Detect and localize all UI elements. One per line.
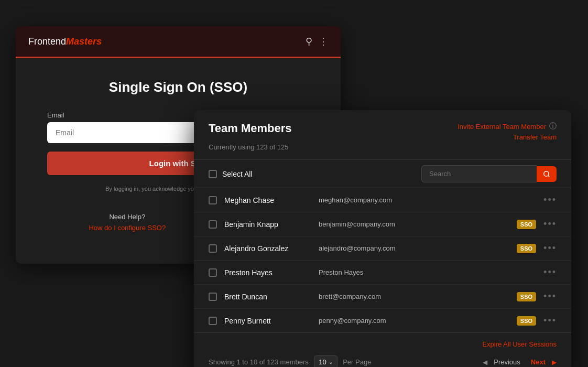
sso-badge: SSO [517,244,536,253]
per-page-select[interactable]: 10 ⌄ [314,355,337,367]
member-name: Alejandro Gonzalez [224,244,319,253]
menu-icon[interactable]: ⋮ [319,36,328,47]
previous-button[interactable]: Previous [489,356,525,367]
sso-title: Single Sign On (SSO) [47,79,309,95]
select-all-label: Select All [222,170,253,178]
more-options-icon[interactable]: ••• [543,243,557,254]
more-options-icon[interactable]: ••• [543,291,557,302]
member-list: Meghan Chase meghan@company.com ••• Benj… [194,188,571,332]
team-toolbar: Select All [194,159,571,188]
more-options-icon[interactable]: ••• [543,195,557,206]
team-title: Team Members [209,122,292,135]
search-icon[interactable]: ⚲ [306,36,312,47]
pagination-controls: ◀ Previous Next ▶ [483,356,557,367]
invite-action-row: Invite External Team Member ⓘ [458,122,557,131]
member-name: Preston Hayes [224,268,319,277]
more-options-icon[interactable]: ••• [543,315,557,326]
transfer-team-link[interactable]: Transfer Team [513,133,557,141]
expire-sessions-link[interactable]: Expire All User Sessions [209,340,557,348]
member-name: Penny Burnett [224,317,319,325]
need-help-title: Need Help? [89,213,166,221]
svg-line-1 [548,175,550,177]
member-email: alejandro@company.com [319,244,517,252]
per-page-suffix: Per Page [343,358,371,366]
how-configure-sso-link[interactable]: How do I configure SSO? [89,224,166,232]
table-row: Brett Duncan brett@company.com SSO ••• [194,285,571,309]
more-options-icon[interactable]: ••• [543,267,557,278]
team-footer: Expire All User Sessions Showing 1 to 10… [194,332,571,367]
sso-header: Frontend Masters ⚲ ⋮ [16,26,341,58]
table-row: Meghan Chase meghan@company.com ••• [194,188,571,212]
team-header-actions: Invite External Team Member ⓘ Transfer T… [458,122,557,141]
team-subtitle: Currently using 123 of 125 [209,143,557,151]
team-header-top: Team Members Invite External Team Member… [209,122,557,141]
row-checkbox[interactable] [209,196,217,204]
invite-external-link[interactable]: Invite External Team Member [458,123,546,131]
table-row: Preston Hayes Preston Hayes ••• [194,261,571,285]
table-row: Benjamin Knapp benjamin@company.com SSO … [194,212,571,236]
member-email: penny@company.com [319,317,517,325]
chevron-down-icon: ⌄ [329,359,333,365]
row-checkbox[interactable] [209,244,217,253]
sso-header-icons: ⚲ ⋮ [306,36,328,47]
pagination-info: Showing 1 to 10 of 123 members 10 ⌄ Per … [209,355,371,367]
logo-frontend: Frontend [28,36,66,47]
row-checkbox[interactable] [209,268,217,277]
table-row: Penny Burnett penny@company.com SSO ••• [194,309,571,332]
next-chevron-icon: ▶ [552,359,557,366]
search-row [421,165,557,182]
sso-badge: SSO [517,292,536,301]
row-checkbox[interactable] [209,317,217,325]
select-all-row[interactable]: Select All [209,170,253,178]
pagination-row: Showing 1 to 10 of 123 members 10 ⌄ Per … [209,355,557,367]
showing-text: Showing 1 to 10 of 123 members [209,358,309,366]
member-email: brett@company.com [319,293,517,300]
row-checkbox[interactable] [209,220,217,229]
search-input[interactable] [421,165,537,182]
team-panel: Team Members Invite External Team Member… [194,110,571,367]
row-checkbox[interactable] [209,293,217,301]
team-header: Team Members Invite External Team Member… [194,110,571,151]
per-page-value: 10 [319,358,326,366]
select-all-checkbox[interactable] [209,170,217,178]
svg-point-0 [544,171,549,176]
member-name: Benjamin Knapp [224,220,319,229]
member-name: Meghan Chase [224,196,319,204]
prev-chevron-icon: ◀ [483,359,487,366]
logo-masters: Masters [66,36,102,47]
member-email: meghan@company.com [319,196,543,204]
member-email: benjamin@company.com [319,220,517,228]
sso-badge: SSO [517,316,536,326]
help-section: Need Help? How do I configure SSO? [89,213,166,232]
sso-logo: Frontend Masters [28,36,102,47]
table-row: Alejandro Gonzalez alejandro@company.com… [194,236,571,261]
member-email: Preston Hayes [319,268,543,276]
more-options-icon[interactable]: ••• [543,219,557,230]
member-name: Brett Duncan [224,293,319,301]
search-button[interactable] [537,166,557,182]
next-button[interactable]: Next [527,356,550,367]
info-icon: ⓘ [549,122,557,131]
sso-badge: SSO [517,220,536,229]
